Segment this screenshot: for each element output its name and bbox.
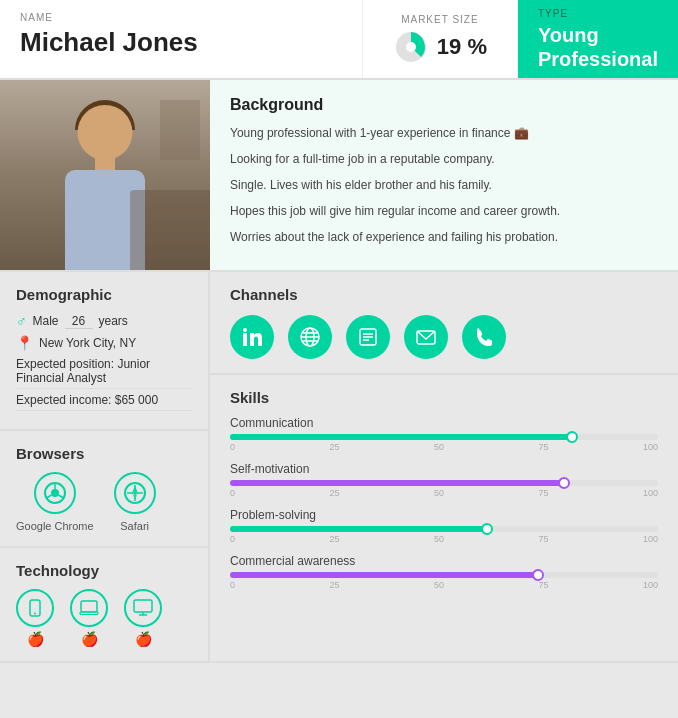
type-value: YoungProfessional <box>538 23 658 71</box>
chrome-icon <box>34 472 76 514</box>
background-title: Background <box>230 96 658 114</box>
tech-desktop: 🍎 <box>124 589 162 647</box>
gender-row: ♂ Male 26 years <box>16 313 192 329</box>
gender-value: Male <box>33 314 59 328</box>
browser-chrome: Google Chrome <box>16 472 94 532</box>
skill-communication-track[interactable] <box>230 434 658 440</box>
safari-label: Safari <box>120 520 149 532</box>
income-value: Expected income: $65 000 <box>16 393 192 411</box>
person-name: Michael Jones <box>20 27 342 58</box>
profile-photo <box>0 80 210 270</box>
tech-icons-row: 🍎 🍎 <box>16 589 192 647</box>
channels-title: Channels <box>230 286 658 303</box>
skill-selfmotivation-axis: 0255075100 <box>230 488 658 498</box>
safari-icon <box>114 472 156 514</box>
browsers-section: Browsers Google Chrome <box>0 431 208 548</box>
person-neck <box>95 155 115 170</box>
technology-title: Technology <box>16 562 192 579</box>
globe-icon[interactable] <box>288 315 332 359</box>
tech-laptop: 🍎 <box>70 589 108 647</box>
skill-communication-fill <box>230 434 572 440</box>
mid-row: Demographic ♂ Male 26 years 📍 New York C… <box>0 272 678 663</box>
skill-problemsolving-axis: 0255075100 <box>230 534 658 544</box>
phone-icon[interactable] <box>462 315 506 359</box>
svg-point-3 <box>51 489 59 497</box>
desktop-icon <box>124 589 162 627</box>
desktop-apple-icon: 🍎 <box>135 631 152 647</box>
header: NAME Michael Jones MARKET SIZE 19 % TYPE… <box>0 0 678 80</box>
location-value: New York City, NY <box>39 336 136 350</box>
name-label: NAME <box>20 12 342 23</box>
location-row: 📍 New York City, NY <box>16 335 192 351</box>
svg-point-13 <box>34 613 36 615</box>
tech-mobile: 🍎 <box>16 589 54 647</box>
laptop-icon <box>70 589 108 627</box>
svg-line-6 <box>46 495 51 498</box>
pie-chart-icon <box>393 29 429 65</box>
skill-communication-label: Communication <box>230 416 658 430</box>
skill-problemsolving-label: Problem-solving <box>230 508 658 522</box>
skill-commercial-label: Commercial awareness <box>230 554 658 568</box>
skill-communication: Communication 0255075100 <box>230 416 658 452</box>
mobile-icon <box>16 589 54 627</box>
name-section: NAME Michael Jones <box>0 0 362 78</box>
browser-safari: Safari <box>114 472 156 532</box>
market-percentage: 19 % <box>437 34 487 60</box>
svg-point-1 <box>406 42 416 52</box>
demographic-section: Demographic ♂ Male 26 years 📍 New York C… <box>0 272 208 431</box>
skill-selfmotivation-thumb[interactable] <box>558 477 570 489</box>
skills-section: Skills Communication 0255075100 Self-mot… <box>210 375 678 614</box>
age-unit: years <box>99 314 128 328</box>
skill-selfmotivation-label: Self-motivation <box>230 462 658 476</box>
svg-rect-16 <box>134 600 152 612</box>
left-column: Demographic ♂ Male 26 years 📍 New York C… <box>0 272 210 661</box>
age-value: 26 <box>65 314 93 329</box>
right-column: Channels <box>210 272 678 661</box>
skills-title: Skills <box>230 389 658 406</box>
browser-icons-row: Google Chrome Safari <box>16 472 192 532</box>
background-line-1: Young professional with 1-year experienc… <box>230 124 658 142</box>
skill-commercial-thumb[interactable] <box>532 569 544 581</box>
background-line-4: Hopes this job will give him regular inc… <box>230 202 658 220</box>
market-size-section: MARKET SIZE 19 % <box>362 0 518 78</box>
svg-point-20 <box>243 328 247 332</box>
feed-icon[interactable] <box>346 315 390 359</box>
technology-section: Technology 🍎 <box>0 548 208 661</box>
background-line-5: Worries about the lack of experience and… <box>230 228 658 246</box>
skill-commercial-track[interactable] <box>230 572 658 578</box>
market-label: MARKET SIZE <box>401 14 479 25</box>
channels-section: Channels <box>210 272 678 375</box>
chrome-label: Google Chrome <box>16 520 94 532</box>
svg-rect-15 <box>80 612 98 615</box>
gender-icon: ♂ <box>16 313 27 329</box>
skill-communication-axis: 0255075100 <box>230 442 658 452</box>
person-head <box>78 105 133 160</box>
position-value: Expected position: Junior Financial Anal… <box>16 357 192 389</box>
top-section: Background Young professional with 1-yea… <box>0 80 678 272</box>
background-panel: Background Young professional with 1-yea… <box>210 80 678 270</box>
laptop-apple-icon: 🍎 <box>81 631 98 647</box>
market-value-row: 19 % <box>393 29 487 65</box>
skill-communication-thumb[interactable] <box>566 431 578 443</box>
skill-problemsolving-thumb[interactable] <box>481 523 493 535</box>
background-line-3: Single. Lives with his elder brother and… <box>230 176 658 194</box>
svg-rect-19 <box>243 333 247 346</box>
skill-selfmotivation-fill <box>230 480 564 486</box>
svg-rect-14 <box>81 601 97 612</box>
email-icon[interactable] <box>404 315 448 359</box>
mobile-apple-icon: 🍎 <box>27 631 44 647</box>
linkedin-icon[interactable] <box>230 315 274 359</box>
skill-problemsolving-fill <box>230 526 487 532</box>
skill-problemsolving: Problem-solving 0255075100 <box>230 508 658 544</box>
skill-selfmotivation-track[interactable] <box>230 480 658 486</box>
skill-commercial-axis: 0255075100 <box>230 580 658 590</box>
skill-commercial: Commercial awareness 0255075100 <box>230 554 658 590</box>
location-icon: 📍 <box>16 335 33 351</box>
browsers-title: Browsers <box>16 445 192 462</box>
type-section: TYPE YoungProfessional <box>518 0 678 78</box>
skill-selfmotivation: Self-motivation 0255075100 <box>230 462 658 498</box>
skill-problemsolving-track[interactable] <box>230 526 658 532</box>
type-label: TYPE <box>538 8 658 19</box>
demographic-title: Demographic <box>16 286 192 303</box>
skill-commercial-fill <box>230 572 538 578</box>
